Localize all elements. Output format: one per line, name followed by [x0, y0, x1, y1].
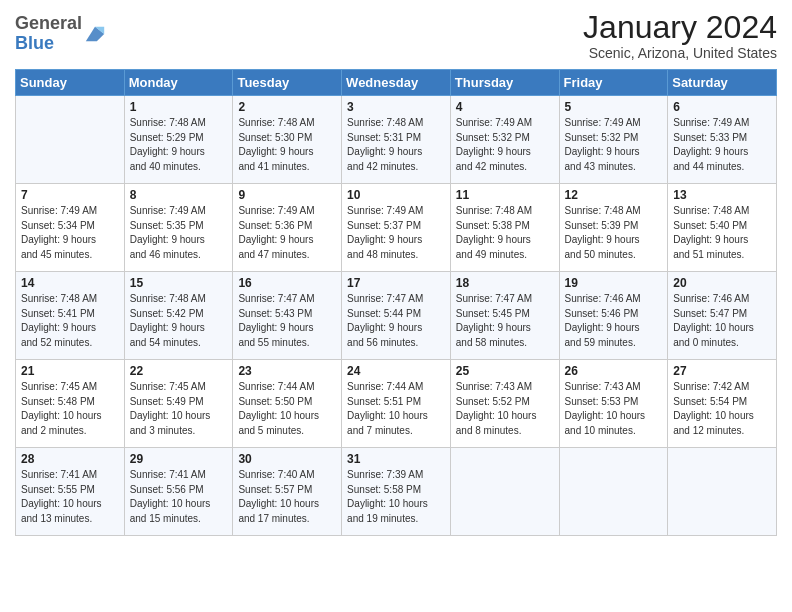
week-row-2: 7Sunrise: 7:49 AMSunset: 5:34 PMDaylight… [16, 184, 777, 272]
header-sunday: Sunday [16, 70, 125, 96]
day-info: Sunrise: 7:48 AMSunset: 5:42 PMDaylight:… [130, 292, 228, 350]
calendar: Sunday Monday Tuesday Wednesday Thursday… [15, 69, 777, 536]
table-row: 3Sunrise: 7:48 AMSunset: 5:31 PMDaylight… [342, 96, 451, 184]
logo: General Blue [15, 14, 106, 54]
table-row: 22Sunrise: 7:45 AMSunset: 5:49 PMDayligh… [124, 360, 233, 448]
day-info: Sunrise: 7:43 AMSunset: 5:52 PMDaylight:… [456, 380, 554, 438]
day-number: 8 [130, 188, 228, 202]
day-info: Sunrise: 7:46 AMSunset: 5:46 PMDaylight:… [565, 292, 663, 350]
day-info: Sunrise: 7:47 AMSunset: 5:43 PMDaylight:… [238, 292, 336, 350]
header-friday: Friday [559, 70, 668, 96]
day-info: Sunrise: 7:49 AMSunset: 5:37 PMDaylight:… [347, 204, 445, 262]
day-number: 25 [456, 364, 554, 378]
table-row: 8Sunrise: 7:49 AMSunset: 5:35 PMDaylight… [124, 184, 233, 272]
day-number: 13 [673, 188, 771, 202]
day-info: Sunrise: 7:49 AMSunset: 5:32 PMDaylight:… [456, 116, 554, 174]
table-row: 30Sunrise: 7:40 AMSunset: 5:57 PMDayligh… [233, 448, 342, 536]
day-number: 20 [673, 276, 771, 290]
day-number: 15 [130, 276, 228, 290]
day-number: 3 [347, 100, 445, 114]
day-number: 5 [565, 100, 663, 114]
table-row: 28Sunrise: 7:41 AMSunset: 5:55 PMDayligh… [16, 448, 125, 536]
day-info: Sunrise: 7:47 AMSunset: 5:44 PMDaylight:… [347, 292, 445, 350]
table-row: 15Sunrise: 7:48 AMSunset: 5:42 PMDayligh… [124, 272, 233, 360]
table-row: 21Sunrise: 7:45 AMSunset: 5:48 PMDayligh… [16, 360, 125, 448]
day-info: Sunrise: 7:39 AMSunset: 5:58 PMDaylight:… [347, 468, 445, 526]
page: General Blue January 2024 Scenic, Arizon… [0, 0, 792, 612]
table-row: 9Sunrise: 7:49 AMSunset: 5:36 PMDaylight… [233, 184, 342, 272]
day-info: Sunrise: 7:47 AMSunset: 5:45 PMDaylight:… [456, 292, 554, 350]
header-tuesday: Tuesday [233, 70, 342, 96]
table-row: 4Sunrise: 7:49 AMSunset: 5:32 PMDaylight… [450, 96, 559, 184]
day-number: 22 [130, 364, 228, 378]
day-number: 18 [456, 276, 554, 290]
title-block: January 2024 Scenic, Arizona, United Sta… [583, 10, 777, 61]
day-info: Sunrise: 7:48 AMSunset: 5:38 PMDaylight:… [456, 204, 554, 262]
table-row [559, 448, 668, 536]
day-number: 29 [130, 452, 228, 466]
day-info: Sunrise: 7:49 AMSunset: 5:33 PMDaylight:… [673, 116, 771, 174]
table-row: 7Sunrise: 7:49 AMSunset: 5:34 PMDaylight… [16, 184, 125, 272]
day-info: Sunrise: 7:48 AMSunset: 5:30 PMDaylight:… [238, 116, 336, 174]
table-row: 19Sunrise: 7:46 AMSunset: 5:46 PMDayligh… [559, 272, 668, 360]
day-info: Sunrise: 7:41 AMSunset: 5:56 PMDaylight:… [130, 468, 228, 526]
table-row: 1Sunrise: 7:48 AMSunset: 5:29 PMDaylight… [124, 96, 233, 184]
day-number: 19 [565, 276, 663, 290]
table-row: 27Sunrise: 7:42 AMSunset: 5:54 PMDayligh… [668, 360, 777, 448]
day-number: 9 [238, 188, 336, 202]
table-row: 24Sunrise: 7:44 AMSunset: 5:51 PMDayligh… [342, 360, 451, 448]
logo-icon [84, 23, 106, 45]
table-row: 2Sunrise: 7:48 AMSunset: 5:30 PMDaylight… [233, 96, 342, 184]
day-info: Sunrise: 7:45 AMSunset: 5:49 PMDaylight:… [130, 380, 228, 438]
day-info: Sunrise: 7:46 AMSunset: 5:47 PMDaylight:… [673, 292, 771, 350]
month-title: January 2024 [583, 10, 777, 45]
day-number: 7 [21, 188, 119, 202]
table-row: 14Sunrise: 7:48 AMSunset: 5:41 PMDayligh… [16, 272, 125, 360]
table-row: 18Sunrise: 7:47 AMSunset: 5:45 PMDayligh… [450, 272, 559, 360]
table-row: 31Sunrise: 7:39 AMSunset: 5:58 PMDayligh… [342, 448, 451, 536]
table-row: 5Sunrise: 7:49 AMSunset: 5:32 PMDaylight… [559, 96, 668, 184]
day-info: Sunrise: 7:48 AMSunset: 5:29 PMDaylight:… [130, 116, 228, 174]
header-saturday: Saturday [668, 70, 777, 96]
table-row: 26Sunrise: 7:43 AMSunset: 5:53 PMDayligh… [559, 360, 668, 448]
day-number: 4 [456, 100, 554, 114]
table-row: 16Sunrise: 7:47 AMSunset: 5:43 PMDayligh… [233, 272, 342, 360]
table-row [668, 448, 777, 536]
day-number: 14 [21, 276, 119, 290]
table-row: 12Sunrise: 7:48 AMSunset: 5:39 PMDayligh… [559, 184, 668, 272]
day-info: Sunrise: 7:49 AMSunset: 5:36 PMDaylight:… [238, 204, 336, 262]
day-info: Sunrise: 7:48 AMSunset: 5:40 PMDaylight:… [673, 204, 771, 262]
week-row-5: 28Sunrise: 7:41 AMSunset: 5:55 PMDayligh… [16, 448, 777, 536]
day-number: 1 [130, 100, 228, 114]
day-number: 26 [565, 364, 663, 378]
day-info: Sunrise: 7:49 AMSunset: 5:32 PMDaylight:… [565, 116, 663, 174]
table-row: 11Sunrise: 7:48 AMSunset: 5:38 PMDayligh… [450, 184, 559, 272]
week-row-4: 21Sunrise: 7:45 AMSunset: 5:48 PMDayligh… [16, 360, 777, 448]
table-row: 23Sunrise: 7:44 AMSunset: 5:50 PMDayligh… [233, 360, 342, 448]
day-number: 11 [456, 188, 554, 202]
day-number: 28 [21, 452, 119, 466]
day-number: 21 [21, 364, 119, 378]
day-number: 12 [565, 188, 663, 202]
day-number: 6 [673, 100, 771, 114]
table-row: 29Sunrise: 7:41 AMSunset: 5:56 PMDayligh… [124, 448, 233, 536]
table-row: 20Sunrise: 7:46 AMSunset: 5:47 PMDayligh… [668, 272, 777, 360]
day-number: 2 [238, 100, 336, 114]
week-row-3: 14Sunrise: 7:48 AMSunset: 5:41 PMDayligh… [16, 272, 777, 360]
day-number: 16 [238, 276, 336, 290]
day-info: Sunrise: 7:45 AMSunset: 5:48 PMDaylight:… [21, 380, 119, 438]
day-info: Sunrise: 7:40 AMSunset: 5:57 PMDaylight:… [238, 468, 336, 526]
table-row: 10Sunrise: 7:49 AMSunset: 5:37 PMDayligh… [342, 184, 451, 272]
day-number: 23 [238, 364, 336, 378]
table-row: 6Sunrise: 7:49 AMSunset: 5:33 PMDaylight… [668, 96, 777, 184]
header-wednesday: Wednesday [342, 70, 451, 96]
logo-blue: Blue [15, 33, 54, 53]
weekday-header-row: Sunday Monday Tuesday Wednesday Thursday… [16, 70, 777, 96]
day-number: 31 [347, 452, 445, 466]
header-monday: Monday [124, 70, 233, 96]
day-info: Sunrise: 7:41 AMSunset: 5:55 PMDaylight:… [21, 468, 119, 526]
logo-text: General Blue [15, 14, 82, 54]
header: General Blue January 2024 Scenic, Arizon… [15, 10, 777, 61]
day-number: 17 [347, 276, 445, 290]
day-info: Sunrise: 7:44 AMSunset: 5:50 PMDaylight:… [238, 380, 336, 438]
